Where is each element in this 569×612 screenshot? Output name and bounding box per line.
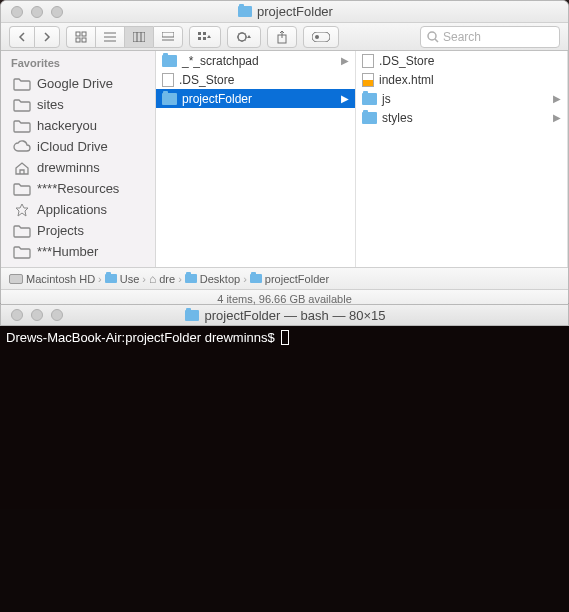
- sidebar-header: Favorites: [1, 51, 155, 73]
- html-file-icon: [362, 73, 374, 87]
- svg-rect-15: [203, 37, 206, 40]
- svg-rect-1: [82, 32, 86, 36]
- chevron-right-icon: ▶: [341, 93, 349, 104]
- tags-button[interactable]: [303, 26, 339, 48]
- file-name: index.html: [379, 73, 434, 87]
- zoom-button[interactable]: [51, 6, 63, 18]
- sidebar-item[interactable]: ***Humber: [1, 241, 155, 262]
- file-row[interactable]: js▶: [356, 89, 567, 108]
- close-button[interactable]: [11, 309, 23, 321]
- share-button[interactable]: [267, 26, 297, 48]
- coverflow-view-button[interactable]: [153, 26, 183, 48]
- minimize-button[interactable]: [31, 6, 43, 18]
- sidebar-item-label: iCloud Drive: [37, 139, 108, 154]
- sidebar-item[interactable]: hackeryou: [1, 115, 155, 136]
- disk-icon: [9, 274, 23, 284]
- finder-titlebar[interactable]: projectFolder: [1, 1, 568, 23]
- sidebar-item-label: hackeryou: [37, 118, 97, 133]
- svg-rect-0: [76, 32, 80, 36]
- minimize-button[interactable]: [31, 309, 43, 321]
- file-row[interactable]: projectFolder▶: [156, 89, 355, 108]
- file-row[interactable]: .DS_Store: [156, 70, 355, 89]
- file-row[interactable]: _*_scratchpad▶: [156, 51, 355, 70]
- column-view: _*_scratchpad▶.DS_StoreprojectFolder▶ .D…: [156, 51, 568, 267]
- chevron-right-icon: ▶: [553, 112, 561, 123]
- sidebar-item-label: Applications: [37, 202, 107, 217]
- sidebar-item-label: ***Humber: [37, 244, 98, 259]
- close-button[interactable]: [11, 6, 23, 18]
- action-button[interactable]: [227, 26, 261, 48]
- file-row[interactable]: .DS_Store: [356, 51, 567, 70]
- chevron-right-icon: ▶: [553, 93, 561, 104]
- terminal-window: projectFolder — bash — 80×15 Drews-MacBo…: [0, 304, 569, 612]
- finder-toolbar: Search: [1, 23, 568, 51]
- forward-button[interactable]: [34, 26, 60, 48]
- folder-icon: [13, 224, 31, 238]
- finder-window: projectFolder Search Favorites Google Dr…: [0, 0, 569, 304]
- path-component[interactable]: Desktop: [185, 273, 240, 285]
- svg-rect-13: [203, 32, 206, 35]
- terminal-prompt: Drews-MacBook-Air:projectFolder drewminn…: [6, 330, 563, 345]
- column-2: .DS_Storeindex.htmljs▶styles▶: [356, 51, 568, 267]
- path-label: projectFolder: [265, 273, 329, 285]
- search-field[interactable]: Search: [420, 26, 560, 48]
- cloud-icon: [13, 140, 31, 154]
- folder-icon: [105, 274, 117, 283]
- path-component[interactable]: ⌂dre: [149, 272, 175, 286]
- path-label: Use: [120, 273, 140, 285]
- folder-icon: [185, 310, 199, 321]
- folder-icon: [13, 98, 31, 112]
- folder-icon: [238, 6, 252, 17]
- terminal-titlebar[interactable]: projectFolder — bash — 80×15: [0, 304, 569, 326]
- chevron-right-icon: ›: [243, 273, 247, 285]
- chevron-right-icon: ▶: [341, 55, 349, 66]
- arrange-button[interactable]: [189, 26, 221, 48]
- folder-icon: [162, 55, 177, 67]
- file-row[interactable]: styles▶: [356, 108, 567, 127]
- svg-rect-18: [312, 32, 330, 42]
- svg-line-21: [435, 39, 438, 42]
- sidebar-item-label: Projects: [37, 223, 84, 238]
- sidebar-item-label: Google Drive: [37, 76, 113, 91]
- file-row[interactable]: index.html: [356, 70, 567, 89]
- sidebar-item-label: ****Resources: [37, 181, 119, 196]
- window-controls: [1, 6, 63, 18]
- icon-view-button[interactable]: [66, 26, 95, 48]
- file-icon: [362, 54, 374, 68]
- chevron-right-icon: ›: [142, 273, 146, 285]
- column-view-button[interactable]: [124, 26, 153, 48]
- folder-icon: [13, 119, 31, 133]
- sidebar-item[interactable]: drewminns: [1, 157, 155, 178]
- back-button[interactable]: [9, 26, 34, 48]
- folder-icon: [185, 274, 197, 283]
- zoom-button[interactable]: [51, 309, 63, 321]
- search-icon: [427, 31, 439, 43]
- list-view-button[interactable]: [95, 26, 124, 48]
- folder-icon: [13, 245, 31, 259]
- terminal-title: projectFolder — bash — 80×15: [63, 308, 508, 323]
- sidebar-item[interactable]: Google Drive: [1, 73, 155, 94]
- svg-rect-2: [76, 38, 80, 42]
- file-name: .DS_Store: [379, 54, 434, 68]
- sidebar-item[interactable]: iCloud Drive: [1, 136, 155, 157]
- app-icon: [13, 203, 31, 217]
- sidebar-item[interactable]: sites: [1, 94, 155, 115]
- terminal-body[interactable]: Drews-MacBook-Air:projectFolder drewminn…: [0, 326, 569, 612]
- nav-buttons: [9, 26, 60, 48]
- file-name: styles: [382, 111, 413, 125]
- path-label: Desktop: [200, 273, 240, 285]
- sidebar-item[interactable]: Projects: [1, 220, 155, 241]
- sidebar-item[interactable]: ****Resources: [1, 178, 155, 199]
- path-component[interactable]: Macintosh HD: [9, 273, 95, 285]
- window-title: projectFolder: [63, 4, 508, 19]
- cursor-icon: [281, 330, 289, 345]
- home-icon: [13, 161, 31, 175]
- path-label: dre: [159, 273, 175, 285]
- path-component[interactable]: projectFolder: [250, 273, 329, 285]
- folder-icon: [13, 182, 31, 196]
- svg-rect-12: [198, 32, 201, 35]
- path-component[interactable]: Use: [105, 273, 140, 285]
- folder-icon: [250, 274, 262, 283]
- sidebar-item[interactable]: Applications: [1, 199, 155, 220]
- path-label: Macintosh HD: [26, 273, 95, 285]
